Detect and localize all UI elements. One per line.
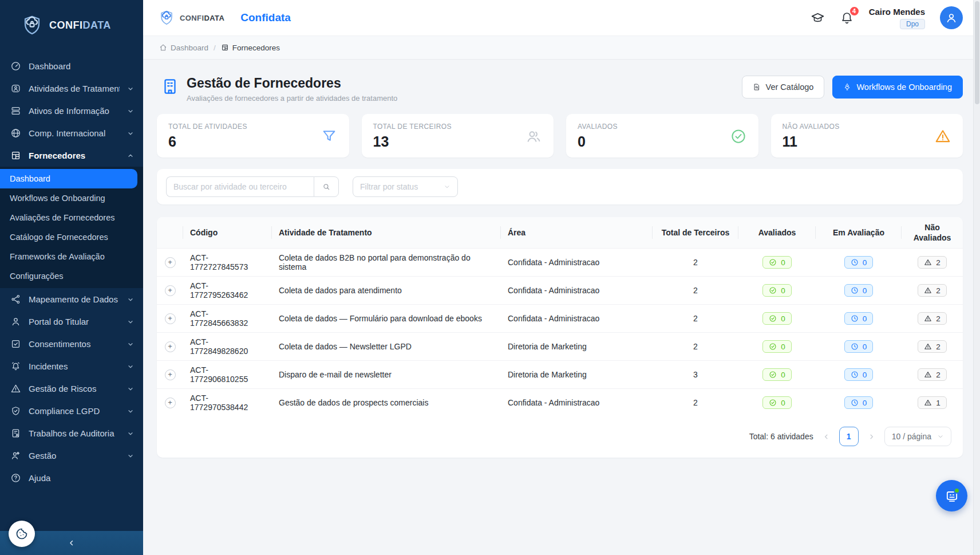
avaliados-cell: 0	[738, 333, 816, 361]
page-title: Gestão de Fornecedores	[187, 76, 397, 91]
submenu-item-configuracoes[interactable]: Configurações	[0, 266, 143, 286]
page-1-button[interactable]: 1	[839, 427, 859, 446]
sidebar-item-incidentes[interactable]: Incidentes	[0, 355, 143, 377]
warning-triangle-icon	[934, 128, 951, 145]
submenu-item-dashboard[interactable]: Dashboard	[0, 169, 137, 188]
sidebar-item-fornecedores[interactable]: Fornecedores	[0, 144, 143, 167]
nao-avaliados-badge: 2	[918, 312, 947, 325]
em-avaliacao-cell: 0	[816, 277, 902, 305]
col-expand	[157, 217, 183, 249]
expand-row-button[interactable]: +	[165, 313, 176, 324]
user-avatar[interactable]	[940, 6, 963, 29]
sidebar-item-ajuda[interactable]: Ajuda	[0, 467, 143, 489]
area-cell: Diretoria de Marketing	[501, 361, 653, 389]
fornecedores-submenu: Dashboard Workflows de Onboarding Avalia…	[0, 167, 143, 288]
search-group	[166, 176, 339, 197]
scrollbar-thumb[interactable]	[975, 1, 979, 104]
atividade-cell: Coleta de dados para atendimento	[272, 277, 501, 305]
avaliados-badge: 0	[762, 368, 792, 381]
page-size-select[interactable]: 10 / página	[884, 427, 951, 446]
avaliados-cell: 0	[738, 305, 816, 333]
audit-file-icon	[10, 428, 21, 439]
stat-card-avaliados: AVALIADOS 0	[566, 114, 758, 158]
codigo-cell: ACT-1772849828620	[183, 333, 272, 361]
atividade-cell: Disparo de e-mail de newsletter	[272, 361, 501, 389]
expand-row-button[interactable]: +	[165, 341, 176, 352]
atividade-cell: Coleta de dados B2B no portal para demon…	[272, 249, 501, 277]
online-status-dot	[954, 487, 960, 494]
submenu-item-catalogo-de-fornecedores[interactable]: Catálogo de Fornecedores	[0, 227, 143, 247]
sidebar-item-dashboard[interactable]: Dashboard	[0, 55, 143, 77]
sidebar-item-compliance-lgpd[interactable]: Compliance LGPD	[0, 400, 143, 422]
check-circle-icon	[769, 343, 777, 351]
next-page-button[interactable]	[866, 431, 878, 443]
header-logo[interactable]: CONFIDATA	[158, 9, 224, 26]
avaliados-badge: 0	[762, 396, 792, 409]
home-icon	[159, 44, 167, 52]
sidebar-item-gestao[interactable]: Gestão	[0, 444, 143, 467]
building-icon	[10, 150, 21, 161]
expand-row-button[interactable]: +	[165, 369, 176, 380]
atividade-cell: Gestão de dados de prospects comerciais	[272, 389, 501, 417]
table-row: + ACT-1772845663832 Coleta de dados — Fo…	[157, 305, 963, 333]
check-circle-icon	[769, 399, 777, 407]
user-name: Cairo Mendes	[869, 7, 925, 17]
em-avaliacao-badge: 0	[844, 312, 874, 325]
sidebar-item-consentimentos[interactable]: Consentimentos	[0, 333, 143, 355]
sidebar-item-atividades-de-tratamento[interactable]: Atividades de Tratamento	[0, 77, 143, 100]
nao-avaliados-badge: 2	[918, 284, 947, 297]
table-row: + ACT-1772849828620 Coleta de dados — Ne…	[157, 333, 963, 361]
search-input[interactable]	[166, 176, 314, 197]
previous-page-button[interactable]	[820, 431, 832, 443]
sidebar-item-mapeamento-de-dados[interactable]: Mapeamento de Dados	[0, 288, 143, 310]
stat-card-total-terceiros: TOTAL DE TERCEIROS 13	[362, 114, 554, 158]
avaliados-cell: 0	[738, 277, 816, 305]
codigo-cell: ACT-1772727845573	[183, 249, 272, 277]
avaliados-badge: 0	[762, 284, 792, 297]
breadcrumb-dashboard[interactable]: Dashboard	[159, 44, 208, 52]
warning-triangle-icon	[924, 371, 932, 379]
view-catalog-button[interactable]: Ver Catálogo	[742, 76, 825, 99]
col-area: Área	[501, 217, 653, 249]
sidebar-menu: Dashboard Atividades de Tratamento Ativo…	[0, 48, 143, 531]
sidebar-item-comp-internacional[interactable]: Comp. Internacional	[0, 122, 143, 144]
nao-avaliados-cell: 2	[902, 361, 963, 389]
search-button[interactable]	[314, 176, 339, 197]
submenu-item-avaliacoes-de-fornecedores[interactable]: Avaliações de Fornecedores	[0, 208, 143, 227]
id-badge-icon	[10, 83, 21, 94]
chevron-right-icon	[868, 433, 875, 440]
onboarding-workflows-button[interactable]: Workflows de Onboarding	[832, 76, 963, 99]
pagination-total: Total: 6 atividades	[749, 432, 813, 441]
server-icon	[10, 105, 21, 116]
avaliados-cell: 0	[738, 361, 816, 389]
sidebar-item-trabalhos-de-auditoria[interactable]: Trabalhos de Auditoria	[0, 422, 143, 444]
terceiros-cell: 2	[653, 277, 738, 305]
col-atividade: Atividade de Tratamento	[272, 217, 501, 249]
nao-avaliados-badge: 2	[918, 256, 947, 269]
status-filter-select[interactable]: Filtrar por status	[353, 176, 458, 197]
submenu-item-frameworks-de-avaliacao[interactable]: Frameworks de Avaliação	[0, 247, 143, 266]
expand-row-button[interactable]: +	[165, 397, 176, 408]
notifications-button[interactable]: 4	[840, 11, 854, 25]
nao-avaliados-cell: 2	[902, 249, 963, 277]
cookie-settings-button[interactable]	[9, 521, 35, 547]
check-circle-icon	[769, 371, 777, 379]
page-scrollbar[interactable]	[973, 0, 980, 555]
stats-row: TOTAL DE ATIVIDADES 6 TOTAL DE TERCEIROS…	[157, 114, 963, 158]
topbar-actions: 4 Cairo Mendes Dpo	[811, 6, 963, 29]
sidebar-item-gestao-de-riscos[interactable]: Gestão de Riscos	[0, 377, 143, 400]
expand-row-button[interactable]: +	[165, 257, 176, 268]
sidebar-item-ativos-de-informacao[interactable]: Ativos de Informação	[0, 100, 143, 122]
academy-button[interactable]	[811, 11, 825, 25]
col-codigo: Código	[183, 217, 272, 249]
expand-row-button[interactable]: +	[165, 285, 176, 296]
chevron-down-icon	[127, 385, 134, 392]
rocket-icon	[843, 83, 851, 91]
atividade-cell: Coleta de dados — Newsletter LGPD	[272, 333, 501, 361]
clock-icon	[851, 258, 859, 266]
terceiros-cell: 3	[653, 361, 738, 389]
sidebar-item-portal-do-titular[interactable]: Portal do Titular	[0, 310, 143, 333]
chat-assistant-button[interactable]	[936, 480, 967, 511]
submenu-item-workflows-de-onboarding[interactable]: Workflows de Onboarding	[0, 188, 143, 208]
area-cell: Confidata - Administracao	[501, 249, 653, 277]
